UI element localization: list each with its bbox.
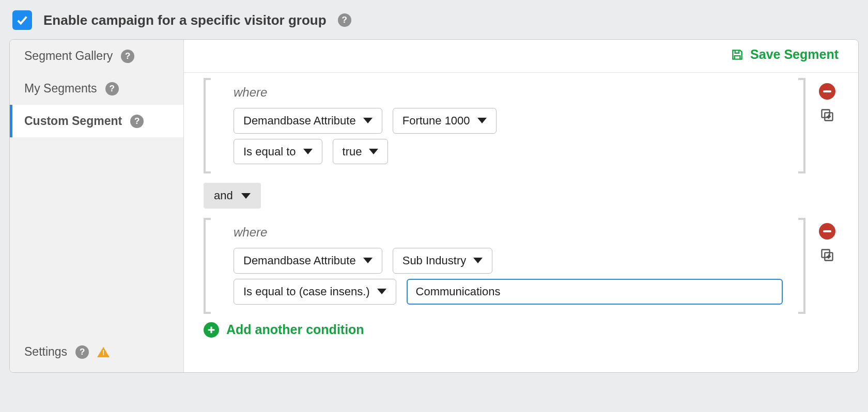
sidebar-item-label: Custom Segment xyxy=(24,114,122,128)
page-title: Enable campaign for a specific visitor g… xyxy=(43,12,327,28)
bracket-close-icon xyxy=(798,218,805,314)
bracket-open-icon xyxy=(204,218,211,314)
chevron-down-icon xyxy=(477,118,487,123)
chevron-down-icon xyxy=(363,258,373,263)
help-icon[interactable]: ? xyxy=(105,82,119,96)
attribute-dropdown[interactable]: Fortune 1000 xyxy=(393,108,497,134)
chevron-down-icon xyxy=(369,149,378,154)
chevron-down-icon xyxy=(303,149,313,154)
sidebar-item-label: Settings xyxy=(24,345,67,359)
condition-row: where Demandbase Attribute Sub Industry xyxy=(204,218,839,314)
bracket-close-icon xyxy=(798,78,805,173)
chevron-down-icon xyxy=(473,258,483,263)
duplicate-icon xyxy=(820,248,834,262)
warning-icon xyxy=(97,347,110,357)
help-icon[interactable]: ? xyxy=(338,13,351,27)
add-label: Add another condition xyxy=(226,322,364,337)
help-icon[interactable]: ? xyxy=(121,50,134,63)
where-label: where xyxy=(234,225,783,240)
segment-panel: Segment Gallery ? My Segments ? Custom S… xyxy=(9,39,859,373)
plus-icon xyxy=(204,322,219,338)
duplicate-condition-button[interactable] xyxy=(820,108,834,125)
help-icon[interactable]: ? xyxy=(130,115,144,128)
bracket-open-icon xyxy=(204,78,211,173)
duplicate-icon xyxy=(820,108,834,122)
chevron-down-icon xyxy=(241,193,251,199)
remove-condition-button[interactable] xyxy=(819,83,835,100)
sidebar-item-label: My Segments xyxy=(24,82,97,96)
remove-condition-button[interactable] xyxy=(819,223,835,240)
sidebar-item-label: Segment Gallery xyxy=(24,49,113,63)
value-dropdown[interactable]: true xyxy=(333,139,389,165)
comparator-dropdown[interactable]: Is equal to xyxy=(234,139,322,165)
save-icon xyxy=(731,48,744,61)
add-condition-button[interactable]: Add another condition xyxy=(204,322,839,338)
value-input[interactable] xyxy=(407,279,783,305)
sidebar-item-my-segments[interactable]: My Segments ? xyxy=(10,72,183,105)
comparator-dropdown[interactable]: Is equal to (case insens.) xyxy=(234,279,396,305)
chevron-down-icon xyxy=(363,118,373,123)
minus-icon xyxy=(823,90,831,92)
chevron-down-icon xyxy=(377,289,386,294)
operator-dropdown[interactable]: and xyxy=(204,183,261,209)
source-dropdown[interactable]: Demandbase Attribute xyxy=(234,248,382,274)
sidebar-item-custom-segment[interactable]: Custom Segment ? xyxy=(10,105,183,137)
save-label: Save Segment xyxy=(750,47,839,62)
sidebar: Segment Gallery ? My Segments ? Custom S… xyxy=(10,40,184,372)
sidebar-item-segment-gallery[interactable]: Segment Gallery ? xyxy=(10,40,183,72)
condition-row: where Demandbase Attribute Fortune 1000 xyxy=(204,78,839,173)
where-label: where xyxy=(234,85,783,100)
minus-icon xyxy=(823,230,831,232)
source-dropdown[interactable]: Demandbase Attribute xyxy=(234,108,382,134)
sidebar-item-settings[interactable]: Settings ? xyxy=(10,336,183,372)
attribute-dropdown[interactable]: Sub Industry xyxy=(393,248,493,274)
enable-checkbox[interactable] xyxy=(12,10,32,30)
duplicate-condition-button[interactable] xyxy=(820,248,834,265)
save-segment-button[interactable]: Save Segment xyxy=(731,47,839,62)
help-icon[interactable]: ? xyxy=(75,345,89,359)
